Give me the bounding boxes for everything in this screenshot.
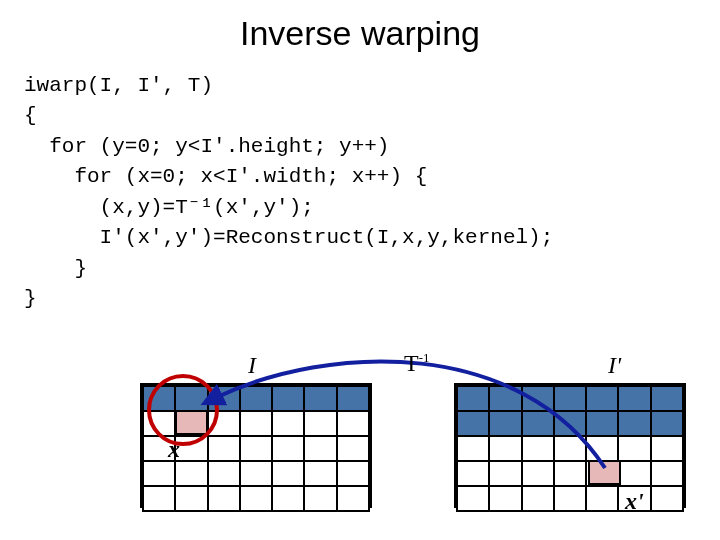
code-line: iwarp(I, I', T) — [24, 74, 213, 97]
code-line: } — [24, 287, 37, 310]
code-line: for (y=0; y<I'.height; y++) — [24, 135, 389, 158]
reconstruction-kernel-circle — [147, 374, 219, 446]
label-x: x — [168, 436, 180, 463]
code-line: (x,y)=T⁻¹(x',y'); — [24, 196, 314, 219]
label-T-inverse: T-1 — [404, 350, 430, 377]
label-x-prime: x' — [625, 488, 644, 515]
code-block: iwarp(I, I', T) { for (y=0; y<I'.height;… — [24, 71, 720, 315]
code-line: } — [24, 257, 87, 280]
diagram: I T-1 I' x x' — [0, 348, 720, 538]
code-line: I'(x',y')=Reconstruct(I,x,y,kernel); — [24, 226, 553, 249]
label-I: I — [248, 352, 256, 379]
page-title: Inverse warping — [0, 14, 720, 53]
label-I-prime: I' — [608, 352, 621, 379]
code-line: for (x=0; x<I'.width; x++) { — [24, 165, 427, 188]
code-line: { — [24, 104, 37, 127]
sample-cell-target — [588, 460, 621, 485]
grid-target — [454, 383, 686, 508]
